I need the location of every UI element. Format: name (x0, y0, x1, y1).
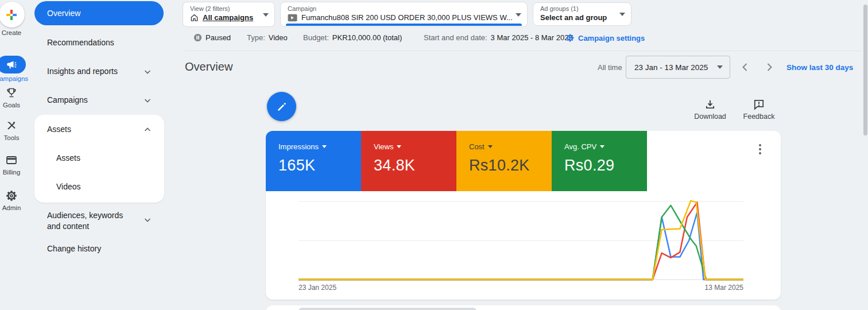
x-axis-start: 23 Jan 2025 (299, 284, 336, 292)
adgroup-select-label: Ad groups (1) (540, 5, 625, 12)
next-card-skeleton (299, 308, 476, 310)
rail-label: Create (2, 29, 22, 36)
status-text: Paused (206, 33, 231, 42)
rail-item-create[interactable]: Create (0, 2, 36, 36)
credit-card-icon (5, 153, 18, 167)
chevron-down-icon (488, 145, 493, 150)
campaign-select-value: Fumanchu808 SIR 200 USD ORDER 30,000 PLU… (301, 13, 513, 22)
edit-campaign-button[interactable] (267, 92, 296, 121)
megaphone-icon (0, 56, 26, 73)
download-icon (704, 99, 716, 110)
chevron-down-icon (600, 145, 604, 150)
adgroup-select[interactable]: Ad groups (1) Select an ad group (533, 2, 631, 26)
chevron-down-icon (144, 216, 152, 224)
date-next-button[interactable] (764, 61, 775, 73)
chart-series-views (299, 202, 743, 280)
x-axis-end: 13 Mar 2025 (705, 284, 743, 292)
chevron-down-icon (144, 68, 152, 76)
sidebar-item-overview[interactable]: Overview (34, 1, 164, 25)
campaign-settings-link[interactable]: Campaign settings (565, 33, 645, 42)
rail-item-tools[interactable]: Tools (0, 119, 36, 141)
rail-label: Billing (3, 169, 21, 176)
campaign-type: Type: Video (247, 33, 288, 42)
header-divider (185, 51, 862, 51)
adgroup-select-value: Select an ad group (540, 13, 607, 22)
sidebar-item-videos[interactable]: Videos (56, 182, 81, 191)
download-label: Download (694, 113, 726, 121)
campaign-dates: Start and end date: 3 Mar 2025 - 8 Mar 2… (424, 33, 573, 42)
chevron-down-icon (263, 13, 269, 20)
gear-icon (565, 33, 575, 42)
scorecard-views[interactable]: Views 34.8K (361, 131, 456, 191)
chart-series-cost (299, 201, 743, 280)
scorecard-cost[interactable]: Cost Rs10.2K (456, 131, 552, 191)
chevron-down-icon (516, 13, 521, 20)
vertical-scrollbar[interactable] (863, 5, 867, 135)
show-last-30-days-link[interactable]: Show last 30 days (786, 63, 853, 72)
rail-label: Goals (3, 102, 20, 108)
page-title: Overview (185, 60, 232, 73)
feedback-icon (753, 99, 765, 110)
trophy-icon (5, 86, 18, 100)
chevron-down-icon (144, 96, 152, 104)
date-range-value: 23 Jan - 13 Mar 2025 (634, 63, 708, 72)
rail-item-goals[interactable]: Goals (0, 86, 36, 108)
scorecard-impressions[interactable]: Impressions 165K (266, 131, 361, 191)
overview-chart-card: Impressions 165K Views 34.8K Cost Rs10.2… (266, 131, 781, 300)
sidebar-item-audiences[interactable]: Audiences, keywords and content (47, 210, 137, 232)
chart-x-axis: 23 Jan 2025 13 Mar 2025 (299, 284, 743, 292)
rail-label: Tools (4, 134, 20, 141)
tools-icon (5, 119, 18, 133)
view-filter-select[interactable]: View (2 filters) All campaigns (183, 2, 275, 27)
sidebar-item-change-history[interactable]: Change history (47, 244, 101, 253)
campaign-status: Paused (193, 33, 231, 42)
view-filter-label: View (2 filters) (190, 5, 269, 12)
rail-label: Admin (2, 204, 21, 211)
campaign-budget: Budget: PKR10,000.00 (total) (303, 33, 402, 42)
sidebar-item-recommendations[interactable]: Recommendations (47, 38, 114, 47)
rail-item-campaigns[interactable]: Campaigns (0, 56, 36, 82)
overview-chart (299, 198, 743, 284)
next-section-card (266, 305, 781, 310)
scorecard-value: 34.8K (374, 157, 456, 175)
scorecard-avg-cpv[interactable]: Avg. CPV Rs0.29 (552, 131, 647, 191)
paused-icon (193, 33, 202, 42)
chevron-down-icon (619, 13, 625, 19)
gear-icon (5, 189, 18, 203)
scorecard-value: Rs10.2K (469, 157, 552, 175)
view-filter-value: All campaigns (203, 13, 253, 22)
campaign-select[interactable]: Campaign Fumanchu808 SIR 200 USD ORDER 3… (280, 2, 528, 27)
chevron-down-icon (717, 65, 723, 72)
sidebar-item-insights[interactable]: Insights and reports (47, 67, 118, 76)
chevron-down-icon (322, 145, 327, 150)
date-range-picker[interactable]: 23 Jan - 13 Mar 2025 (626, 56, 730, 79)
feedback-button[interactable]: Feedback (739, 99, 779, 121)
sidebar-item-label: Overview (47, 9, 80, 18)
assets-expanded-group: Assets Assets Videos (34, 115, 164, 203)
feedback-label: Feedback (743, 113, 775, 121)
chart-overflow-menu[interactable] (754, 142, 766, 156)
chart-series-impressions (299, 212, 743, 280)
rail-item-admin[interactable]: Admin (0, 189, 36, 211)
rail-item-billing[interactable]: Billing (0, 153, 36, 176)
scorecard-value: 165K (278, 157, 361, 175)
campaign-active-indicator (286, 24, 522, 26)
date-preset-label: All time (598, 63, 622, 72)
video-campaign-icon (288, 14, 297, 22)
chevron-up-icon (144, 126, 152, 134)
sidebar-item-assets-sub[interactable]: Assets (56, 153, 80, 162)
create-plus-icon (0, 2, 25, 28)
download-button[interactable]: Download (690, 99, 730, 121)
pencil-icon (276, 101, 288, 113)
chevron-down-icon (397, 145, 401, 150)
home-icon (190, 13, 199, 22)
sidebar-item-assets[interactable]: Assets (47, 125, 71, 134)
campaign-select-label: Campaign (288, 5, 521, 12)
date-prev-button[interactable] (739, 61, 751, 73)
scorecard-value: Rs0.29 (564, 157, 647, 175)
sidebar-item-campaigns[interactable]: Campaigns (47, 95, 88, 104)
chart-series-avg-cpv (299, 206, 743, 280)
rail-label: Campaigns (0, 75, 28, 82)
left-rail: Create Campaigns Goals Too (0, 0, 32, 310)
